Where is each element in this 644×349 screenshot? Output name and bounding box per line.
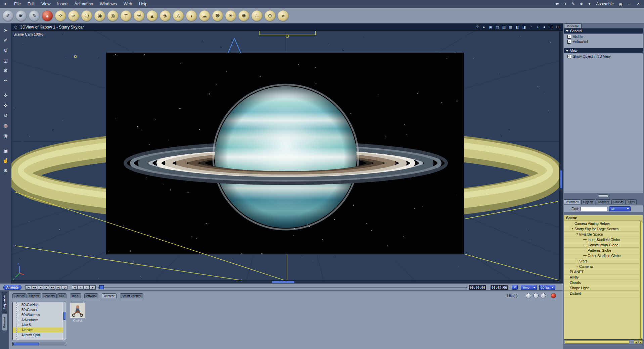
shader-ball-button[interactable]: [551, 293, 556, 298]
layout-quad-icon[interactable]: ▦: [508, 25, 513, 29]
panel-tab[interactable]: Sounds: [611, 199, 626, 204]
current-time-field[interactable]: 00:00:00: [469, 285, 486, 290]
plane-toggle-icon[interactable]: ⊟: [555, 25, 560, 29]
close-button[interactable]: ✕: [636, 2, 641, 6]
insert-metaball-icon[interactable]: ❍: [81, 10, 92, 21]
browser-tab[interactable]: Content: [102, 293, 117, 298]
scroll-left-arrow[interactable]: ◄: [634, 340, 638, 344]
view-option-button-2[interactable]: [533, 293, 539, 298]
checkbox-row[interactable]: ✓ Visible: [564, 34, 643, 39]
menu-item[interactable]: File: [11, 2, 24, 6]
find-input[interactable]: [581, 207, 607, 211]
list-scrollbar[interactable]: [63, 302, 66, 340]
scrollbar-thumb[interactable]: [640, 221, 642, 339]
list-item[interactable]: Aiko 5: [13, 322, 66, 328]
minimize-button[interactable]: ─: [627, 2, 632, 6]
quality-flat-icon[interactable]: ◑: [535, 25, 540, 29]
pan-hand-icon[interactable]: ☝: [1, 156, 10, 164]
insert-sphere-icon[interactable]: ◉: [94, 10, 105, 21]
insert-sun-icon[interactable]: ☀: [225, 10, 236, 21]
section-header-general[interactable]: General: [564, 29, 643, 34]
browser-tab[interactable]: Misc.: [70, 293, 81, 298]
checkbox[interactable]: ✓: [567, 40, 571, 44]
scene-tree-item[interactable]: Outer Starfield Globe: [564, 253, 643, 258]
scene-tree-item[interactable]: Constellation Globe: [564, 242, 643, 248]
zoom-tool-icon[interactable]: ⊕: [1, 166, 10, 174]
browser-tab[interactable]: Clip: [57, 293, 66, 298]
scene-header[interactable]: Scene: [564, 215, 643, 221]
menu-item[interactable]: Help: [135, 2, 151, 6]
menu-item[interactable]: Web: [120, 2, 135, 6]
checkbox[interactable]: ✓: [567, 35, 571, 39]
scene-tree-item[interactable]: Shape Light: [564, 285, 643, 291]
camera-pan-icon[interactable]: ✜: [1, 101, 10, 109]
browser-tab[interactable]: Smart Content: [120, 293, 143, 298]
side-tab[interactable]: Browser: [2, 314, 7, 331]
add-keyframe-button[interactable]: +: [78, 285, 84, 290]
render-area-icon[interactable]: ▣: [1, 146, 10, 154]
section-header-view[interactable]: View: [564, 48, 643, 53]
checkbox[interactable]: ✓: [567, 55, 571, 58]
insert-path-icon[interactable]: ∴: [251, 10, 262, 21]
list-item[interactable]: Aircraft Spidi: [13, 333, 66, 338]
panel-tab[interactable]: Shaders: [596, 199, 611, 204]
insert-starburst-icon[interactable]: ✺: [238, 10, 249, 21]
camera-gizmo-icon[interactable]: ▲: [481, 25, 486, 29]
scene-tree-item[interactable]: Patterns Globe: [564, 248, 643, 253]
scene-tree-item[interactable]: ▼ Starry Sky for Large Scenes: [564, 226, 643, 232]
prev-keyframe-button[interactable]: ◀: [72, 285, 78, 290]
browser-horizontal-scrollbar[interactable]: [12, 342, 66, 346]
side-tab[interactable]: Sequencer: [2, 292, 7, 313]
insert-ocean-icon[interactable]: ≈: [278, 10, 288, 21]
checkbox-row[interactable]: ✓ Animated: [564, 39, 643, 44]
camera-translate-icon[interactable]: ✛: [1, 91, 10, 99]
insert-torus-icon[interactable]: ◎: [107, 10, 118, 21]
browser-tab[interactable]: Shaders: [42, 293, 57, 298]
panel-tab[interactable]: Clips: [626, 199, 637, 204]
insert-target-icon[interactable]: ⊙: [265, 10, 275, 21]
filter-dropdown[interactable]: All: [609, 206, 631, 211]
render-plane[interactable]: [106, 53, 464, 254]
time-scrubber-thumb[interactable]: [99, 285, 104, 289]
quality-full-icon[interactable]: ●: [542, 25, 547, 29]
camera-track-icon[interactable]: ◍: [1, 121, 10, 130]
scene-vertical-scrollbar[interactable]: [640, 221, 643, 339]
insert-plant-icon[interactable]: ❀: [160, 10, 171, 21]
expander-icon[interactable]: ▼: [571, 227, 574, 230]
view-option-button-1[interactable]: [526, 293, 531, 298]
scene-tree-item[interactable]: + Cameras: [564, 264, 643, 269]
expander-icon[interactable]: +: [576, 265, 579, 268]
point-edit-tool-icon[interactable]: ✐: [1, 36, 10, 44]
insert-liquid-icon[interactable]: ◗: [186, 10, 197, 21]
delete-keyframe-button[interactable]: ✕: [84, 285, 90, 290]
scrollbar-thumb[interactable]: [63, 312, 65, 320]
insert-terrain-icon[interactable]: △: [173, 10, 184, 21]
move-tool-icon[interactable]: ➤: [1, 26, 10, 34]
viewport-menu-icon[interactable]: ⊙: [14, 25, 17, 30]
insert-spline-object-icon[interactable]: ✑: [68, 10, 79, 21]
expander-icon[interactable]: ▼: [576, 233, 579, 236]
content-thumbnail[interactable]: [70, 303, 85, 318]
time-mode-dropdown[interactable]: Time: [521, 285, 537, 290]
browser-tab[interactable]: Artwork: [84, 293, 99, 298]
insert-figure-icon[interactable]: ●: [42, 10, 53, 21]
next-keyframe-button[interactable]: ▶: [90, 285, 96, 290]
animate-button[interactable]: Animate: [3, 285, 21, 290]
insert-particles-icon[interactable]: ✳: [134, 10, 144, 21]
go-start-button[interactable]: |◀: [26, 285, 31, 290]
shade-right-icon[interactable]: ◨: [522, 25, 526, 29]
list-item[interactable]: Air bike: [13, 328, 66, 333]
scene-tree-item[interactable]: PLANET: [564, 269, 643, 275]
menu-item[interactable]: View: [38, 2, 54, 6]
content-item[interactable]: G pilot: [70, 303, 85, 322]
scrollbar-thumb[interactable]: [565, 340, 629, 344]
panel-tab[interactable]: Objects: [581, 199, 596, 204]
layout-columns-icon[interactable]: ▥: [502, 25, 506, 29]
grid-toggle-icon[interactable]: ⊞: [549, 25, 553, 29]
panel-splitter-handle[interactable]: [598, 194, 609, 197]
quality-wire-icon[interactable]: ◔: [528, 25, 533, 29]
scrollbar-thumb[interactable]: [272, 281, 294, 283]
browser-tab[interactable]: Objects: [27, 293, 41, 298]
scene-tree-item[interactable]: ▼ Invisible Space: [564, 232, 643, 237]
production-frame-icon[interactable]: ✣: [475, 25, 479, 29]
